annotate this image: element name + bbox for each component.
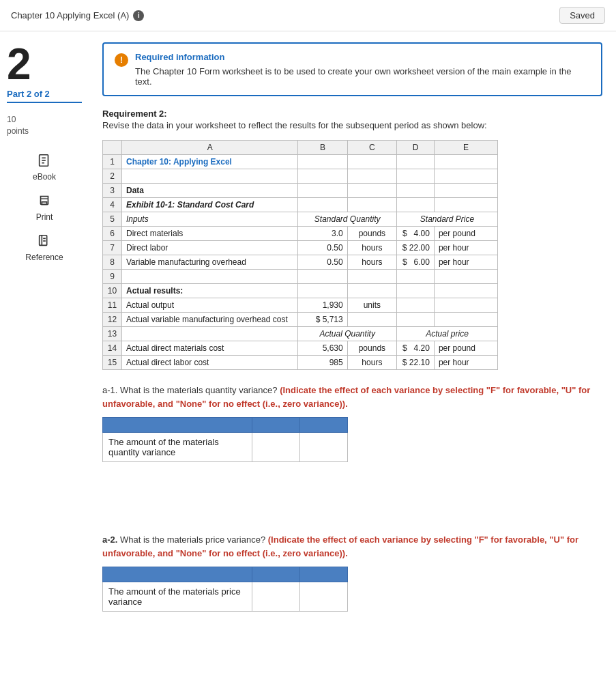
row-num: 8 bbox=[103, 255, 122, 270]
answer-col3-header-a1 bbox=[300, 418, 348, 433]
table-row: 8 Variable manufacturing overhead 0.50 h… bbox=[103, 255, 498, 270]
ebook-tool[interactable]: eBook bbox=[7, 151, 82, 182]
table-row: 7 Direct labor 0.50 hours $ 22.00 per ho… bbox=[103, 241, 498, 255]
print-tool[interactable]: Print bbox=[7, 191, 82, 222]
cell-5d: Standard Price bbox=[397, 212, 498, 227]
cell-1c bbox=[347, 155, 396, 169]
print-icon bbox=[35, 191, 54, 210]
cell-6a: Direct materials bbox=[122, 227, 298, 241]
cell-14c: pounds bbox=[347, 341, 396, 356]
info-icon[interactable]: i bbox=[133, 10, 144, 21]
answer-input2-a1[interactable] bbox=[300, 433, 348, 462]
table-row: 1 Chapter 10: Applying Excel bbox=[103, 155, 498, 169]
table-row: 15 Actual direct labor cost 985 hours $ … bbox=[103, 356, 498, 370]
cell-10b bbox=[298, 284, 347, 298]
table-row: 4 Exhibit 10-1: Standard Cost Card bbox=[103, 198, 498, 212]
cell-10c bbox=[347, 284, 396, 298]
cell-7e: per hour bbox=[434, 241, 497, 255]
left-sidebar: 2 Part 2 of 2 10 points eBook bbox=[0, 31, 89, 639]
col-header-d: D bbox=[397, 141, 435, 155]
cell-12d bbox=[397, 313, 435, 327]
cell-13d: Actual price bbox=[397, 327, 498, 341]
spreadsheet-wrapper: A B C D E 1 Chapter 10: Applying Excel bbox=[102, 140, 602, 370]
spreadsheet-table: A B C D E 1 Chapter 10: Applying Excel bbox=[102, 140, 498, 370]
cell-4a: Exhibit 10-1: Standard Cost Card bbox=[122, 198, 298, 212]
answer-table-a2: The amount of the materials price varian… bbox=[102, 567, 348, 612]
row-num: 1 bbox=[103, 155, 122, 169]
points-label: 10 points bbox=[7, 114, 82, 137]
cell-13b: Actual Quantity bbox=[298, 327, 397, 341]
cell-14d: $ 4.20 bbox=[397, 341, 435, 356]
answer-label-a2: The amount of the materials price varian… bbox=[103, 582, 252, 612]
cell-9d bbox=[397, 270, 435, 284]
cell-5a: Inputs bbox=[122, 212, 298, 227]
cell-6d: $ 4.00 bbox=[397, 227, 435, 241]
answer-col3-header-a2 bbox=[300, 567, 348, 582]
info-box-text: The Chapter 10 Form worksheet is to be u… bbox=[135, 66, 590, 87]
cell-9c bbox=[347, 270, 396, 284]
cell-11e bbox=[434, 298, 497, 313]
answer-input2-field-a1[interactable] bbox=[306, 442, 342, 453]
table-row: 12 Actual variable manufacturing overhea… bbox=[103, 313, 498, 327]
cell-8b: 0.50 bbox=[298, 255, 347, 270]
answer-input1-field-a2[interactable] bbox=[258, 592, 294, 602]
cell-12b: $ 5,713 bbox=[298, 313, 347, 327]
content-area: ! Required information The Chapter 10 Fo… bbox=[89, 31, 616, 639]
cell-8d: $ 6.00 bbox=[397, 255, 435, 270]
answer-input1-a2[interactable] bbox=[252, 582, 300, 612]
cell-10a: Actual results: bbox=[122, 284, 298, 298]
cell-10e bbox=[434, 284, 497, 298]
cell-15a: Actual direct labor cost bbox=[122, 356, 298, 370]
table-row: 2 bbox=[103, 169, 498, 184]
spreadsheet-header-row: A B C D E bbox=[103, 141, 498, 155]
answer-col2-header-a1 bbox=[252, 418, 300, 433]
row-num: 11 bbox=[103, 298, 122, 313]
part-label: Part 2 of 2 bbox=[7, 89, 82, 103]
question-a2-section: a-2. What is the materials price varianc… bbox=[102, 533, 602, 612]
table-row: 3 Data bbox=[103, 184, 498, 198]
cell-1e bbox=[434, 155, 497, 169]
cell-2e bbox=[434, 169, 497, 184]
question-a2-label: a-2. What is the materials price varianc… bbox=[102, 534, 268, 545]
answer-input2-field-a2[interactable] bbox=[306, 592, 342, 602]
svg-rect-5 bbox=[42, 201, 46, 204]
cell-4c bbox=[347, 198, 396, 212]
table-row: 11 Actual output 1,930 units bbox=[103, 298, 498, 313]
info-box-content: Required information The Chapter 10 Form… bbox=[135, 52, 590, 87]
cell-3b bbox=[298, 184, 347, 198]
answer-row-a1: The amount of the materials quantity var… bbox=[103, 433, 348, 462]
row-num: 3 bbox=[103, 184, 122, 198]
cell-12e bbox=[434, 313, 497, 327]
col-header-b: B bbox=[298, 141, 347, 155]
answer-input1-field-a1[interactable] bbox=[258, 442, 294, 453]
cell-1a: Chapter 10: Applying Excel bbox=[122, 155, 298, 169]
question-a2-text: a-2. What is the materials price varianc… bbox=[102, 533, 602, 560]
cell-4e bbox=[434, 198, 497, 212]
cell-15b: 985 bbox=[298, 356, 347, 370]
row-num: 5 bbox=[103, 212, 122, 227]
answer-input1-a1[interactable] bbox=[252, 433, 300, 462]
table-row: 14 Actual direct materials cost 5,630 po… bbox=[103, 341, 498, 356]
row-num: 6 bbox=[103, 227, 122, 241]
answer-col1-header-a2 bbox=[103, 567, 252, 582]
cell-9e bbox=[434, 270, 497, 284]
cell-4d bbox=[397, 198, 435, 212]
saved-button[interactable]: Saved bbox=[559, 7, 605, 24]
table-row: 13 Actual Quantity Actual price bbox=[103, 327, 498, 341]
question-number: 2 bbox=[7, 42, 82, 86]
answer-input2-a2[interactable] bbox=[300, 582, 348, 612]
cell-6b: 3.0 bbox=[298, 227, 347, 241]
answer-header-row-a1 bbox=[103, 418, 348, 433]
requirement-section: Requirement 2: Revise the data in your w… bbox=[102, 109, 602, 130]
cell-1d bbox=[397, 155, 435, 169]
cell-13a bbox=[122, 327, 298, 341]
cell-11d bbox=[397, 298, 435, 313]
row-num: 15 bbox=[103, 356, 122, 370]
cell-6e: per pound bbox=[434, 227, 497, 241]
answer-label-a1: The amount of the materials quantity var… bbox=[103, 433, 252, 462]
info-box: ! Required information The Chapter 10 Fo… bbox=[102, 42, 602, 96]
row-num: 13 bbox=[103, 327, 122, 341]
row-num: 9 bbox=[103, 270, 122, 284]
reference-tool[interactable]: Reference bbox=[7, 231, 82, 262]
cell-7a: Direct labor bbox=[122, 241, 298, 255]
